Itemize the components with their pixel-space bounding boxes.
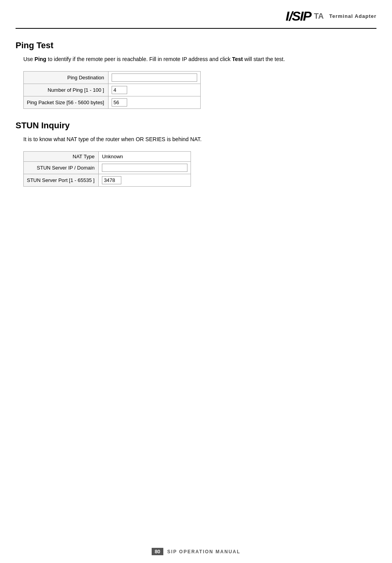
ping-test-description: Use Ping to identify if the remote peer … [23,55,376,63]
desc-part2: to identify if the remote peer is reacha… [46,56,232,62]
ping-destination-label: Ping Destination [24,72,108,84]
stun-server-port-value-cell [99,174,191,187]
stun-server-port-label: STUN Server Port [1 - 65535 ] [24,174,99,187]
desc-part3: will start the test. [243,56,285,62]
logo-area: I/SIP TA Terminal Adapter [286,8,376,24]
stun-server-ip-value-cell [99,162,191,174]
nat-type-label: NAT Type [24,152,99,162]
stun-server-ip-input[interactable] [102,164,187,172]
stun-server-ip-label: STUN Server IP / Domain [24,162,99,174]
stun-inquiry-description: It is to know what NAT type of the route… [23,135,376,143]
number-of-ping-value-cell [108,84,200,96]
stun-server-ip-row: STUN Server IP / Domain [24,162,191,174]
ping-packet-size-input[interactable] [112,98,127,107]
stun-server-port-input[interactable] [102,176,121,184]
footer-label: SIP OPERATION MANUAL [167,549,240,554]
ping-destination-input[interactable] [112,73,197,82]
nat-type-value: Unknown [102,153,123,160]
ping-destination-value-cell [108,72,200,84]
ping-test-table: Ping Destination Number of Ping [1 - 100… [23,71,201,109]
terminal-adapter-label: Terminal Adapter [329,13,376,19]
stun-inquiry-section: STUN Inquiry It is to know what NAT type… [16,121,376,187]
number-of-ping-input[interactable] [112,86,127,94]
logo-text: I/SIP [286,8,311,24]
ping-packet-size-label: Ping Packet Size [56 - 5600 bytes] [24,96,108,109]
desc-test-bold: Test [232,56,243,62]
ping-destination-row: Ping Destination [24,72,201,84]
nat-type-value-cell: Unknown [99,152,191,162]
page-number: 80 [152,548,163,555]
number-of-ping-row: Number of Ping [1 - 100 ] [24,84,201,96]
number-of-ping-label: Number of Ping [1 - 100 ] [24,84,108,96]
page-header: I/SIP TA Terminal Adapter [16,8,376,29]
ping-test-section: Ping Test Use Ping to identify if the re… [16,40,376,109]
logo-ta-suffix: TA [314,12,324,21]
ping-packet-size-row: Ping Packet Size [56 - 5600 bytes] [24,96,201,109]
stun-inquiry-table: NAT Type Unknown STUN Server IP / Domain… [23,151,191,187]
nat-type-row: NAT Type Unknown [24,152,191,162]
page-footer: 80 SIP OPERATION MANUAL [0,548,392,555]
page-container: I/SIP TA Terminal Adapter Ping Test Use … [0,0,392,563]
desc-part1: Use [23,56,35,62]
stun-inquiry-heading: STUN Inquiry [16,121,376,131]
ping-test-heading: Ping Test [16,40,376,51]
stun-server-port-row: STUN Server Port [1 - 65535 ] [24,174,191,187]
ping-packet-size-value-cell [108,96,200,109]
desc-ping-bold: Ping [35,56,46,62]
